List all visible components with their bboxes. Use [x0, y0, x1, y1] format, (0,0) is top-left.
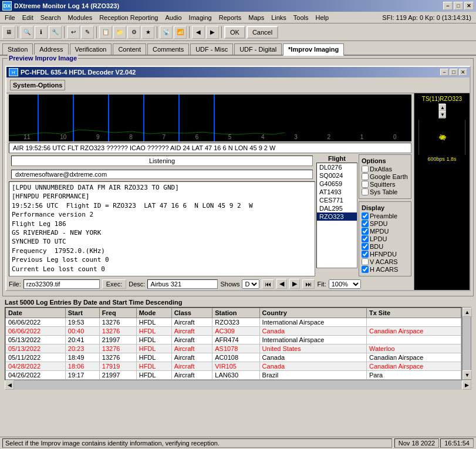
col-start[interactable]: Start: [65, 308, 99, 318]
toolbar-btn-12[interactable]: 📶: [174, 26, 187, 39]
col-station[interactable]: Station: [212, 308, 259, 318]
option-squitters: Squitters: [362, 181, 409, 188]
hfdl-close-btn[interactable]: ✕: [459, 69, 467, 76]
table-row[interactable]: 05/11/202218:4913276HFDLAircraftAC0108Ca…: [6, 353, 461, 362]
flight-item-g40659[interactable]: G40659: [317, 180, 357, 188]
menu-reports[interactable]: Reports: [215, 13, 245, 22]
toolbar-btn-5[interactable]: ↩: [67, 26, 80, 39]
log-scroll-down[interactable]: ▼: [463, 370, 472, 380]
table-row[interactable]: 05/13/202220:2313276HFDLAircraftAS1078Un…: [6, 345, 461, 353]
toolbar-btn-14[interactable]: ▶: [206, 26, 219, 39]
scroll-up-btn[interactable]: ▲: [439, 104, 446, 111]
flight-item-dal295[interactable]: DAL295: [317, 204, 357, 212]
menu-search[interactable]: Search: [37, 13, 65, 22]
tab-station[interactable]: Station: [2, 43, 33, 55]
toolbar-btn-6[interactable]: ✎: [81, 26, 94, 39]
menu-edit[interactable]: Edit: [19, 13, 37, 22]
flight-list[interactable]: DL0276 SQ0024 G40659 AT1493 CES771 DAL29…: [316, 163, 357, 268]
toolbar-btn-7[interactable]: 📋: [99, 26, 112, 39]
table-row[interactable]: 04/26/202219:1721997HFDLAircraftLAN630Br…: [6, 371, 461, 380]
status-time: 16:51:54: [440, 438, 474, 448]
desc-input[interactable]: [147, 279, 218, 289]
googleearth-checkbox[interactable]: [362, 173, 369, 180]
menu-maps[interactable]: Maps: [245, 13, 268, 22]
tab-udf-digital[interactable]: UDF - Digital: [234, 43, 282, 55]
toolbar-btn-2[interactable]: 🔍: [21, 26, 33, 39]
menu-imaging[interactable]: Imaging: [185, 13, 215, 22]
toolbar-btn-4[interactable]: 🔧: [49, 26, 62, 39]
toolbar-btn-13[interactable]: ◀: [192, 26, 205, 39]
cancel-button[interactable]: Cancel: [247, 26, 278, 39]
col-mode[interactable]: Mode: [136, 308, 171, 318]
table-row[interactable]: 04/28/202218:0617919HFDLAircraftVIR105Ca…: [6, 362, 461, 371]
menu-modules[interactable]: Modules: [65, 13, 96, 22]
scroll-down-btn[interactable]: ▼: [439, 111, 446, 118]
toolbar-btn-3[interactable]: ℹ: [35, 26, 48, 39]
vacars-checkbox[interactable]: [362, 258, 369, 265]
col-country[interactable]: Country: [259, 308, 366, 318]
nav-play-btn[interactable]: ▶: [289, 279, 300, 289]
lpdu-checkbox[interactable]: [362, 235, 369, 242]
tab-verification[interactable]: Verification: [70, 43, 112, 55]
col-class[interactable]: Class: [171, 308, 212, 318]
tab-comments[interactable]: Comments: [147, 43, 189, 55]
menu-audio[interactable]: Audio: [161, 13, 185, 22]
ok-button[interactable]: OK: [224, 26, 245, 39]
menu-help[interactable]: Help: [312, 13, 333, 22]
hscroll-left[interactable]: ◀: [5, 380, 14, 390]
exec-button[interactable]: Exec:: [102, 279, 127, 289]
menu-links[interactable]: Links: [268, 13, 290, 22]
table-row[interactable]: 05/13/202220:4121997HFDLAircraftAFR474In…: [6, 336, 461, 345]
preamble-checkbox[interactable]: [362, 212, 369, 220]
mpdu-checkbox[interactable]: [362, 228, 369, 235]
squitters-checkbox[interactable]: [362, 181, 369, 188]
col-txsite[interactable]: Tx Site: [366, 308, 461, 318]
nav-right-btn[interactable]: ⏭: [302, 279, 315, 289]
spdu-checkbox[interactable]: [362, 220, 369, 227]
menu-file[interactable]: File: [1, 13, 19, 22]
toolbar: 🖥 🔍 ℹ 🔧 ↩ ✎ 📋 📁 ⚙ ★ 📡 📶 ◀ ▶ OK Cancel: [0, 23, 476, 41]
hfdl-maximize-btn[interactable]: □: [450, 69, 458, 76]
table-row[interactable]: 06/06/202200:4013276HFDLAircraftAC309Can…: [6, 327, 461, 336]
file-input[interactable]: [23, 279, 100, 289]
minimize-button[interactable]: −: [443, 2, 453, 10]
hfdl-minimize-btn[interactable]: −: [440, 69, 448, 76]
bdu-checkbox[interactable]: [362, 243, 369, 250]
shows-select[interactable]: D: [242, 279, 259, 289]
options-display-panel: Options DxAtlas Google Earth: [359, 154, 411, 276]
hacars-checkbox[interactable]: [362, 266, 369, 273]
log-scroll-up[interactable]: ▲: [463, 308, 472, 317]
table-row[interactable]: 06/06/202219:5313276HFDLAircraftRZO323In…: [6, 318, 461, 327]
hscroll-right[interactable]: ▶: [462, 380, 471, 390]
nav-prev-btn[interactable]: ⏮: [262, 279, 274, 289]
tab-address[interactable]: Address: [34, 43, 68, 55]
flight-item-ces771[interactable]: CES771: [317, 196, 357, 204]
menu-tools[interactable]: Tools: [290, 13, 312, 22]
systable-checkbox[interactable]: [362, 188, 369, 195]
spectrum-labels: 11 10 9 8 7 6 5 4 3 2 1: [9, 134, 411, 140]
toolbar-btn-1[interactable]: 🖥: [2, 26, 15, 39]
col-freq[interactable]: Freq: [99, 308, 136, 318]
flight-item-at1493[interactable]: AT1493: [317, 188, 357, 196]
toolbar-btn-9[interactable]: ⚙: [127, 26, 140, 39]
display-hfnpdu: HFNPDU: [362, 251, 409, 258]
fit-select[interactable]: 100%: [329, 279, 361, 289]
display-lpdu: LPDU: [362, 235, 409, 242]
flight-item-rzo323[interactable]: RZO323: [317, 212, 357, 221]
hfnpdu-checkbox[interactable]: [362, 251, 369, 258]
toolbar-btn-11[interactable]: 📡: [160, 26, 173, 39]
tab-content[interactable]: Content: [113, 43, 146, 55]
flight-item-sq0024[interactable]: SQ0024: [317, 171, 357, 180]
tab-udf-misc[interactable]: UDF - Misc: [190, 43, 233, 55]
flight-item-dl0276[interactable]: DL0276: [317, 163, 357, 171]
title-bar-buttons: − □ ✕: [443, 2, 474, 10]
close-button[interactable]: ✕: [464, 2, 474, 10]
nav-left-btn[interactable]: ◀: [276, 279, 287, 289]
col-date[interactable]: Date: [6, 308, 66, 318]
maximize-button[interactable]: □: [454, 2, 463, 10]
menu-reception[interactable]: Reception Reporting: [96, 13, 161, 22]
tab-improv-imaging[interactable]: *Improv Imaging: [283, 43, 344, 56]
toolbar-btn-8[interactable]: 📁: [113, 26, 126, 39]
toolbar-btn-10[interactable]: ★: [141, 26, 154, 39]
dxatlas-checkbox[interactable]: [362, 166, 369, 173]
